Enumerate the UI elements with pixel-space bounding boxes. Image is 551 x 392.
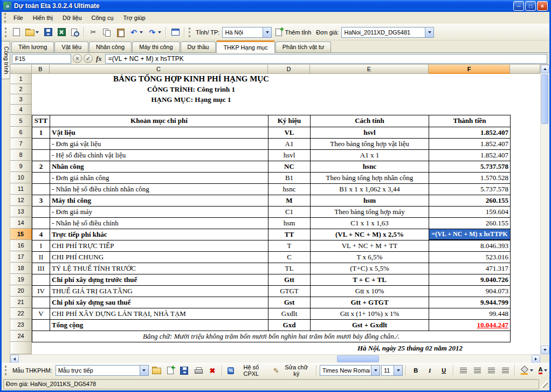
row-header-4[interactable]: 4 xyxy=(10,105,32,115)
tab-vat-lieu[interactable]: Vật liệu xyxy=(54,42,88,52)
cell-symbol[interactable]: VL xyxy=(268,127,311,138)
cell-name[interactable]: Máy thi công xyxy=(50,195,268,206)
new-button[interactable] xyxy=(10,26,23,39)
row-header-10[interactable]: 10 xyxy=(10,172,32,183)
row-header-1[interactable]: 1 xyxy=(10,74,32,84)
open-template-button[interactable] xyxy=(150,365,163,376)
cell-symbol[interactable]: B1 xyxy=(268,172,311,183)
cell-method[interactable]: Gst + Gxdlt xyxy=(311,319,429,331)
cell-method[interactable]: Gtt x (1+ 10%) x 1% xyxy=(311,308,429,319)
resize-grip[interactable] xyxy=(540,380,548,388)
chevron-down-icon[interactable] xyxy=(425,27,433,37)
cell-method[interactable]: A1 x 1 xyxy=(311,149,429,161)
cell-stt[interactable]: IV xyxy=(32,285,50,297)
cell-name[interactable]: - Nhân hệ số điều chỉnh xyxy=(50,217,268,229)
row-header-16[interactable]: 16 xyxy=(10,240,32,251)
paste-button[interactable] xyxy=(114,26,127,39)
menu-help[interactable]: Trợ giúp xyxy=(119,13,150,23)
cell-name[interactable]: THUẾ GIÁ TRỊ GIA TĂNG xyxy=(50,285,268,297)
unit-price-combobox[interactable]: HaNoi_2011XD_DG5481 xyxy=(341,27,434,38)
cell-method[interactable]: Theo bảng tổng hợp máy xyxy=(311,206,429,217)
window-layout-button[interactable] xyxy=(169,26,182,39)
cell-name[interactable]: Trực tiếp phí khác xyxy=(50,229,268,240)
font-color-button[interactable]: A xyxy=(536,365,549,376)
cell-stt[interactable]: III xyxy=(32,263,50,274)
export-excel-button[interactable] xyxy=(55,26,68,39)
cell-stt[interactable] xyxy=(32,217,50,229)
toolbar-grip[interactable] xyxy=(189,27,191,37)
cell-stt[interactable] xyxy=(32,138,50,149)
print-preview-button[interactable] xyxy=(68,26,81,39)
cell-amount[interactable]: 1.852.407 xyxy=(429,149,511,161)
column-header-F[interactable]: F xyxy=(429,65,510,74)
table-header-cell[interactable]: Ký hiệu xyxy=(268,115,311,127)
cell-stt[interactable] xyxy=(32,297,50,308)
cell-stt[interactable]: V xyxy=(32,308,50,319)
cell-name[interactable]: Vật liệu xyxy=(50,127,268,138)
cell-amount[interactable]: 523.016 xyxy=(429,251,511,263)
menu-view[interactable]: Hiển thị xyxy=(28,13,58,23)
cell-symbol[interactable]: C1 xyxy=(268,206,311,217)
cell-stt[interactable] xyxy=(32,274,50,285)
cell-method[interactable]: (T+C) x 5,5% xyxy=(311,263,429,274)
horizontal-scroll-thumb[interactable] xyxy=(337,355,379,362)
menu-grip[interactable] xyxy=(4,13,7,23)
cell-name[interactable]: - Đơn giá vật liệu xyxy=(50,138,268,149)
vertical-scrollbar[interactable] xyxy=(540,65,549,354)
row-header-14[interactable]: 14 xyxy=(10,217,32,229)
underline-button[interactable]: U xyxy=(437,365,450,376)
amount-in-words-cell[interactable]: Bằng chữ: Mười triệu không trăm bốn mươi… xyxy=(32,331,511,342)
row-header-19[interactable]: 19 xyxy=(10,274,32,285)
row-header-9[interactable]: 9 xyxy=(10,161,32,172)
row-header-24[interactable]: 24 xyxy=(10,331,32,342)
tab-cong-trinh[interactable]: Công trình xyxy=(2,41,10,79)
row-header-22[interactable]: 22 xyxy=(10,308,32,319)
province-combobox[interactable]: Hà Nội xyxy=(222,27,272,38)
cell-name[interactable]: Chi phí xây dựng trước thuế xyxy=(50,274,268,285)
row-header-6[interactable]: 6 xyxy=(10,127,32,138)
cell-symbol[interactable]: M xyxy=(268,195,311,206)
cell-amount[interactable]: 260.155 xyxy=(429,195,511,206)
cell-amount[interactable]: 1.852.407 xyxy=(429,138,511,149)
cell-symbol[interactable]: hsnc xyxy=(268,183,311,195)
row-header-8[interactable]: 8 xyxy=(10,149,32,161)
italic-button[interactable]: I xyxy=(423,365,436,376)
date-line[interactable]: Hà Nội, ngày 25 tháng 02 năm 2012 xyxy=(310,344,510,353)
cell-method[interactable]: hsnc xyxy=(311,161,429,172)
cell-stt[interactable]: 4 xyxy=(32,229,50,240)
sheet-cells-area[interactable]: BẢNG TỔNG HỢP KINH PHÍ HẠNG MỤCCÔNG TRÌN… xyxy=(32,74,540,354)
cell-method[interactable]: Theo bảng tổng hợp vật liệu xyxy=(311,138,429,149)
cell-method[interactable]: B1 x 1 x 1,062 x 3,44 xyxy=(311,183,429,195)
cell-amount[interactable]: 99.448 xyxy=(429,308,511,319)
cell-stt[interactable]: I xyxy=(32,240,50,251)
fill-color-button[interactable] xyxy=(518,365,535,376)
row-header-7[interactable]: 7 xyxy=(10,138,32,149)
save-template-button[interactable] xyxy=(178,365,191,376)
vertical-scroll-track[interactable] xyxy=(541,73,549,346)
template-combobox[interactable]: Mẫu trực tiếp xyxy=(56,365,149,376)
table-header-cell[interactable]: Cách tính xyxy=(311,115,429,127)
copy-button[interactable] xyxy=(100,26,113,39)
merged-title-cell[interactable]: HẠNG MỤC: Hạng mục 1 xyxy=(32,94,511,105)
cell-amount[interactable]: 1.852.407 xyxy=(429,127,511,138)
empty-cell[interactable] xyxy=(32,105,511,115)
maximize-button[interactable]: □ xyxy=(525,1,536,11)
minimize-button[interactable]: ─ xyxy=(513,1,524,11)
cell-amount[interactable]: 260.155 xyxy=(429,217,511,229)
cell-method[interactable]: T + C + TL xyxy=(311,274,429,285)
row-header-3[interactable]: 3 xyxy=(10,94,32,105)
table-header-cell[interactable]: STT xyxy=(32,115,50,127)
cell-symbol[interactable]: T xyxy=(268,240,311,251)
redo-button[interactable]: ↷ xyxy=(146,26,163,39)
column-header-D[interactable]: D xyxy=(268,65,310,74)
row-header-18[interactable]: 18 xyxy=(10,263,32,274)
cell-symbol[interactable]: GTGT xyxy=(268,285,311,297)
cell-symbol[interactable]: Gtt xyxy=(268,274,311,285)
column-header-C[interactable]: C xyxy=(50,65,268,74)
cell-stt[interactable] xyxy=(32,183,50,195)
chevron-down-icon[interactable] xyxy=(140,366,148,375)
chevron-down-icon[interactable] xyxy=(371,366,380,375)
undo-button[interactable]: ↶ xyxy=(127,26,145,39)
cell-stt[interactable]: 2 xyxy=(32,161,50,172)
align-left-button[interactable] xyxy=(457,365,470,376)
